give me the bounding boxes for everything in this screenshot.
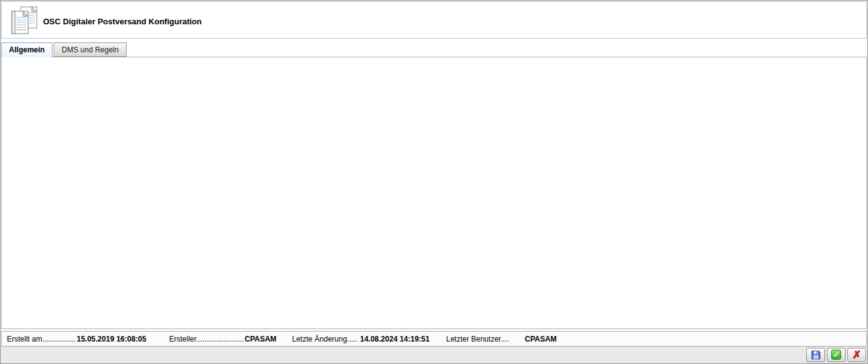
- stacked-documents-icon: [8, 5, 41, 37]
- creator-value: CPASAM: [245, 335, 276, 343]
- window-header: OSC Digitaler Postversand Konfiguration: [1, 1, 867, 39]
- check-icon: ✓: [831, 350, 841, 360]
- lastuser-value: CPASAM: [525, 335, 557, 343]
- ok-button[interactable]: ✓: [827, 348, 846, 362]
- close-icon: ✗: [848, 349, 866, 361]
- created-label: Erstellt am....................: [7, 335, 76, 343]
- main-panel: [1, 57, 867, 329]
- created-value: 15.05.2019 16:08:05: [77, 335, 146, 343]
- bottom-button-strip: ✓ ✗: [1, 347, 867, 363]
- creator-label: Ersteller.......................: [169, 335, 243, 343]
- app-window: OSC Digitaler Postversand Konfiguration …: [0, 0, 868, 364]
- status-bar: Erstellt am.................... 15.05.20…: [1, 331, 867, 347]
- tab-dms-und-regeln[interactable]: DMS und Regeln: [54, 42, 127, 57]
- modified-label: Letzte Änderung.....: [292, 335, 359, 343]
- page-title: OSC Digitaler Postversand Konfiguration: [43, 17, 202, 26]
- lastuser-label: Letzter Benutzer....: [446, 335, 524, 343]
- floppy-disk-icon: [811, 350, 821, 360]
- cancel-button[interactable]: ✗: [847, 348, 866, 362]
- modified-value: 14.08.2024 14:19:51: [360, 335, 429, 343]
- tab-allgemein[interactable]: Allgemein: [1, 42, 52, 57]
- save-button[interactable]: [806, 348, 825, 362]
